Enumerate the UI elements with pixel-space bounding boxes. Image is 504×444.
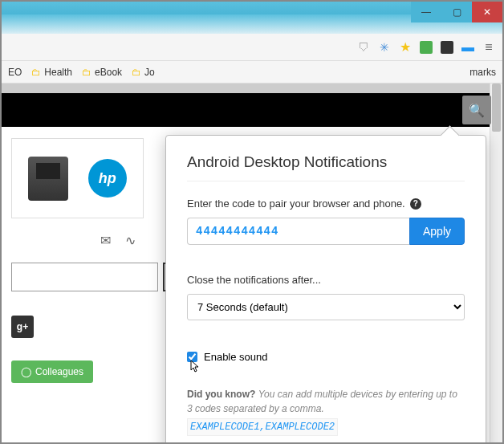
scrollbar-thumb[interactable] xyxy=(492,84,501,132)
header-search-icon[interactable]: 🔍 xyxy=(462,96,491,124)
notifications-extension-icon[interactable]: ▬ xyxy=(461,40,475,55)
bookmarks-bar: EO 🗀Health 🗀eBook 🗀Jo marks xyxy=(2,61,502,84)
extension-popup: Android Desktop Notifications Enter the … xyxy=(165,135,486,444)
pocket-icon[interactable] xyxy=(440,40,454,55)
extension-green-icon[interactable] xyxy=(419,40,433,55)
printer-image xyxy=(28,157,68,201)
shield-icon[interactable]: ⛉ xyxy=(356,40,371,55)
example-codes: EXAMPLECODE1,EXAMPLECODE2 xyxy=(187,418,338,436)
window-minimize-button[interactable]: — xyxy=(411,2,441,22)
network-icon[interactable]: ✳ xyxy=(377,40,392,55)
close-after-label: Close the notifications after... xyxy=(187,274,465,286)
divider xyxy=(187,181,465,181)
bookmark-jo[interactable]: 🗀Jo xyxy=(132,67,155,78)
page-scrollbar[interactable] xyxy=(490,84,502,442)
close-after-select[interactable]: 7 Seconds (default) xyxy=(187,294,465,320)
enable-sound-checkbox[interactable] xyxy=(187,352,197,362)
apply-button[interactable]: Apply xyxy=(409,218,465,245)
window-maximize-button[interactable]: ▢ xyxy=(441,2,472,22)
help-icon[interactable]: ? xyxy=(410,198,421,210)
did-you-know: Did you know? You can add multiple devic… xyxy=(187,387,465,436)
folder-icon: 🗀 xyxy=(82,67,91,78)
pair-label: Enter the code to pair your browser and … xyxy=(187,198,465,210)
popup-title: Android Desktop Notifications xyxy=(187,153,465,171)
bookmark-health[interactable]: 🗀Health xyxy=(31,67,72,78)
menu-icon[interactable]: ≡ xyxy=(482,40,496,55)
envelope-icon[interactable]: ✉ xyxy=(100,233,111,248)
circle-icon: ◯ xyxy=(21,366,31,377)
bookmark-overflow[interactable]: marks xyxy=(469,67,496,78)
bookmark-ebook[interactable]: 🗀eBook xyxy=(82,67,122,78)
colleagues-button[interactable]: ◯ Colleagues xyxy=(11,360,93,383)
folder-icon: 🗀 xyxy=(31,67,41,78)
google-plus-icon[interactable]: g+ xyxy=(11,316,34,338)
window-close-button[interactable]: ✕ xyxy=(472,2,502,22)
cursor-icon xyxy=(190,360,201,377)
pair-code-input[interactable] xyxy=(187,218,409,245)
hp-logo: hp xyxy=(88,159,127,198)
page-header-stripe xyxy=(2,84,502,93)
star-icon[interactable]: ★ xyxy=(398,40,413,55)
sidebar-search-input[interactable] xyxy=(11,263,158,291)
browser-toolbar: ⛉ ✳ ★ ▬ ≡ xyxy=(2,34,502,61)
rss-icon[interactable]: ∿ xyxy=(125,233,136,248)
enable-sound-label: Enable sound xyxy=(204,351,268,363)
hp-ad-banner[interactable]: hp xyxy=(11,138,144,218)
bookmark-eo[interactable]: EO xyxy=(8,67,22,78)
page-nav-bar xyxy=(2,93,502,127)
folder-icon: 🗀 xyxy=(132,67,141,78)
